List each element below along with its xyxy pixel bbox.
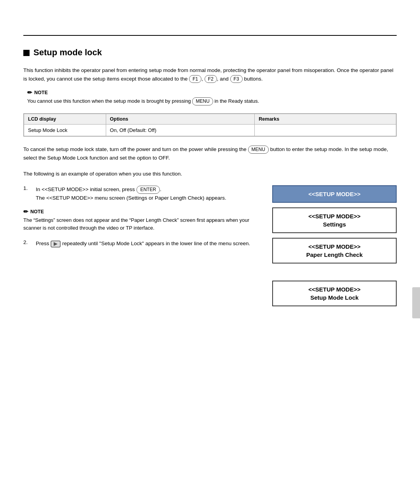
screen-box-2: <<SETUP MODE>> Settings	[272, 207, 397, 233]
table-cell-remarks	[255, 125, 396, 136]
table-header-lcd: LCD display	[24, 114, 106, 125]
intro-text-end: buttons.	[244, 76, 262, 82]
pencil-icon-2: ✏	[23, 208, 28, 215]
step-1: 1. In <<SETUP MODE>> initial screen, pre…	[23, 185, 261, 203]
pencil-icon: ✏	[27, 89, 32, 96]
note2-label: NOTE	[30, 209, 44, 214]
right-column: <<SETUP MODE>> <<SETUP MODE>> Settings <…	[272, 185, 397, 306]
two-col-layout: 1. In <<SETUP MODE>> initial screen, pre…	[23, 185, 397, 306]
note2-header: ✏ NOTE	[23, 208, 261, 215]
screen2-line1: <<SETUP MODE>>	[308, 213, 360, 220]
table-header-options: Options	[106, 114, 255, 125]
body-paragraph-2: The following is an example of operation…	[23, 170, 397, 178]
f3-button: F3	[230, 75, 243, 83]
body1-text-before: To cancel the setup mode lock state, tur…	[23, 146, 247, 152]
note1-text-before: You cannot use this function when the se…	[27, 98, 191, 104]
note2-text: The “Settings” screen does not appear an…	[23, 217, 249, 231]
step-2-content: Press repeatedly until "Setup Mode Lock"…	[36, 239, 250, 248]
step-1-num: 1.	[23, 185, 31, 203]
title-square-icon	[23, 50, 30, 56]
screen4-line1: <<SETUP MODE>>	[308, 286, 360, 293]
options-table: LCD display Options Remarks Setup Mode L…	[23, 113, 397, 137]
screen2-line2: Settings	[323, 221, 346, 228]
section-title-block: Setup mode lock	[23, 47, 397, 58]
step2-text-after: repeatedly until "Setup Mode Lock" appea…	[62, 241, 250, 246]
step-1-content: In <<SETUP MODE>> initial screen, press …	[36, 185, 226, 203]
screen3-line2: Paper Length Check	[306, 251, 362, 258]
screen-box-1: <<SETUP MODE>>	[272, 185, 397, 203]
left-column: 1. In <<SETUP MODE>> initial screen, pre…	[23, 185, 261, 306]
screen1-text: <<SETUP MODE>>	[308, 191, 360, 197]
note1-text: You cannot use this function when the se…	[27, 98, 259, 104]
screen3-line1: <<SETUP MODE>>	[308, 243, 360, 250]
menu-button-note1: MENU	[192, 97, 213, 105]
note1-label: NOTE	[34, 90, 48, 95]
content-area: Setup mode lock This function inhibits t…	[0, 36, 420, 330]
intro-paragraph: This function inhibits the operator pane…	[23, 66, 397, 83]
note1-text-end: in the Ready status.	[214, 98, 259, 104]
note1-content: ✏ NOTE You cannot use this function when…	[27, 89, 259, 105]
enter-button: ENTER	[136, 186, 160, 194]
f1-button: F1	[189, 75, 201, 83]
step-2: 2. Press repeatedly until "Setup Mode Lo…	[23, 239, 261, 248]
table-cell-lcd: Setup Mode Lock	[24, 125, 106, 136]
f2-button: F2	[205, 75, 217, 83]
body-paragraph-1: To cancel the setup mode lock state, tur…	[23, 145, 397, 163]
section-title: Setup mode lock	[33, 47, 102, 58]
screen-spacer	[272, 268, 397, 276]
table-row: Setup Mode Lock On, Off (Default: Off)	[24, 125, 396, 136]
table-header-remarks: Remarks	[255, 114, 396, 125]
table-cell-options: On, Off (Default: Off)	[106, 125, 255, 136]
page-container: Setup mode lock This function inhibits t…	[0, 35, 420, 504]
note2-content: ✏ NOTE The “Settings” screen does not ap…	[23, 208, 261, 233]
menu-button-body1: MENU	[248, 146, 269, 154]
step-2-num: 2.	[23, 239, 31, 248]
note-block-2: ✏ NOTE The “Settings” screen does not ap…	[23, 208, 261, 233]
note1-header: ✏ NOTE	[27, 89, 259, 96]
screen-box-4: <<SETUP MODE>> Setup Mode Lock	[272, 281, 397, 306]
step1-text-before: In <<SETUP MODE>> initial screen, press	[36, 186, 135, 192]
screen-box-3: <<SETUP MODE>> Paper Length Check	[272, 238, 397, 263]
screen4-line2: Setup Mode Lock	[310, 294, 359, 301]
step2-text-before: Press	[36, 241, 49, 246]
scrollbar-tab[interactable]	[412, 287, 420, 318]
forward-button-icon	[51, 241, 62, 246]
note-block-1: ✏ NOTE You cannot use this function when…	[27, 89, 397, 105]
